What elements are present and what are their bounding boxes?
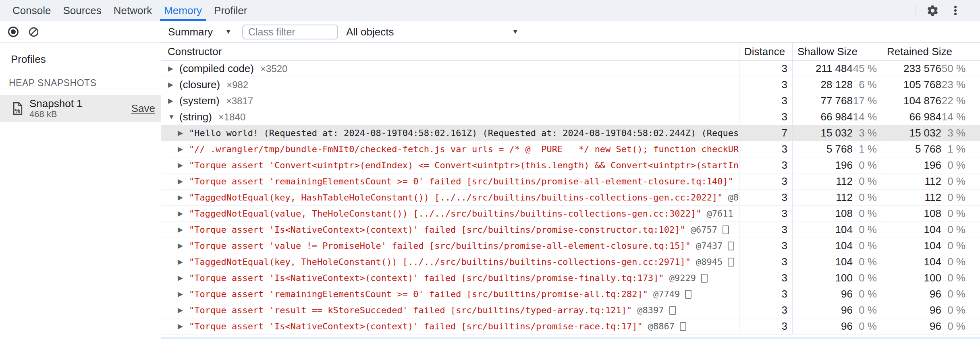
expand-arrow-icon[interactable]: ▶ xyxy=(178,306,189,314)
grid-row[interactable]: ▼ (string)×1840 3 66 98414 % 66 98414 % xyxy=(161,109,980,125)
string-value: "Torque assert 'remainingElementsCount >… xyxy=(189,176,733,186)
tabbar-right-controls xyxy=(916,0,980,21)
expand-arrow-icon[interactable]: ▶ xyxy=(178,193,189,202)
expand-arrow-icon[interactable]: ▶ xyxy=(178,274,189,282)
expand-arrow-icon[interactable]: ▶ xyxy=(168,97,179,105)
shallow-size-cell: 15 0323 % xyxy=(792,125,882,141)
grid-row[interactable]: ▶ "TaggedNotEqual(value, TheHoleConstant… xyxy=(161,206,980,222)
perspective-select[interactable]: Summary ▼ xyxy=(168,26,232,38)
clear-profiles-icon[interactable] xyxy=(28,27,39,37)
grid-row[interactable]: ▶ (compiled code)×3520 3 211 48445 % 233… xyxy=(161,61,980,77)
expand-arrow-icon[interactable]: ▶ xyxy=(178,258,189,266)
expand-arrow-icon[interactable]: ▶ xyxy=(168,81,179,89)
devtools-tabbar: ConsoleSourcesNetworkMemoryProfiler xyxy=(0,0,980,21)
distance-cell: 3 xyxy=(739,206,792,221)
retained-size-cell: 1040 % xyxy=(882,238,977,254)
tab-console[interactable]: Console xyxy=(6,0,57,21)
expand-arrow-icon[interactable]: ▶ xyxy=(178,161,189,170)
distance-cell: 3 xyxy=(739,157,792,173)
tab-sources[interactable]: Sources xyxy=(57,0,107,21)
grid-row[interactable]: ▶ "TaggedNotEqual(key, HashTableHoleCons… xyxy=(161,190,980,206)
string-value: "Torque assert 'Is<NativeContext>(contex… xyxy=(189,225,685,235)
expand-arrow-icon[interactable]: ▶ xyxy=(178,322,189,331)
grid-row[interactable]: ▶ "Torque assert 'value != PromiseHole' … xyxy=(161,238,980,254)
settings-gear-icon[interactable] xyxy=(926,4,939,17)
column-header-constructor[interactable]: Constructor xyxy=(161,43,739,60)
string-value: "Torque assert 'Convert<uintptr>(endInde… xyxy=(189,160,739,170)
expand-arrow-icon[interactable]: ▶ xyxy=(178,129,189,137)
grid-row[interactable]: ▶ "Torque assert 'remainingElementsCount… xyxy=(161,286,980,302)
shallow-size-cell: 5 7681 % xyxy=(792,141,882,157)
shallow-size-cell: 960 % xyxy=(792,286,882,302)
more-options-kebab-icon[interactable] xyxy=(949,4,961,17)
string-value: "Torque assert 'result == kStoreSucceded… xyxy=(189,305,632,315)
retained-size-cell: 960 % xyxy=(882,318,977,334)
tab-profiler[interactable]: Profiler xyxy=(208,0,253,21)
expand-arrow-icon[interactable]: ▶ xyxy=(178,290,189,298)
grid-row[interactable]: ▶ "Torque assert 'Convert<uintptr>(endIn… xyxy=(161,157,980,174)
column-header-shallow-size[interactable]: Shallow Size xyxy=(792,43,882,60)
grid-row[interactable]: ▶ "Torque assert 'Is<NativeContext>(cont… xyxy=(161,318,980,335)
distance-cell: 3 xyxy=(739,222,792,238)
grid-row[interactable]: ▶ "Torque assert 'remainingElementsCount… xyxy=(161,174,980,190)
record-heap-snapshot-icon[interactable] xyxy=(8,27,19,37)
snapshot-item[interactable]: % Snapshot 1 468 kB Save xyxy=(0,95,161,122)
retained-size-cell: 1040 % xyxy=(882,254,977,270)
objects-scope-select[interactable]: All objects ▼ xyxy=(346,26,519,38)
tab-memory[interactable]: Memory xyxy=(158,0,208,21)
expand-arrow-icon[interactable]: ▶ xyxy=(178,209,189,218)
object-id: @7437 xyxy=(696,241,723,251)
string-value: "Torque assert 'remainingElementsCount >… xyxy=(189,289,648,299)
expand-arrow-icon[interactable]: ▶ xyxy=(168,64,179,73)
grid-row[interactable]: ▶ "Hello world! (Requested at: 2024-08-1… xyxy=(161,125,980,141)
grid-row[interactable]: ▶ (system)×3817 3 77 76817 % 104 87622 % xyxy=(161,93,980,109)
next-row-peek xyxy=(161,337,980,339)
grid-rows: ▶ (compiled code)×3520 3 211 48445 % 233… xyxy=(161,61,980,339)
class-filter-input[interactable] xyxy=(242,25,338,39)
snapshot-save-link[interactable]: Save xyxy=(131,102,155,115)
retained-size-cell: 1080 % xyxy=(882,206,977,221)
string-value: "Hello world! (Requested at: 2024-08-19T… xyxy=(189,128,739,138)
column-gutter xyxy=(977,43,980,60)
grid-row[interactable]: ▶ "Torque assert 'Is<NativeContext>(cont… xyxy=(161,270,980,286)
heap-data-grid: Constructor Distance Shallow Size Retain… xyxy=(161,43,980,339)
shallow-size-cell: 960 % xyxy=(792,318,882,334)
grid-row[interactable]: ▶ "// .wrangler/tmp/bundle-FmNIt0/checke… xyxy=(161,141,980,157)
instance-count: ×3520 xyxy=(260,63,287,74)
expand-arrow-icon[interactable]: ▶ xyxy=(178,177,189,186)
grid-row[interactable]: ▶ "Torque assert 'result == kStoreSucced… xyxy=(161,302,980,318)
expand-arrow-icon[interactable]: ▶ xyxy=(178,242,189,250)
retained-size-cell: 105 76823 % xyxy=(882,77,977,93)
panel-tabs: ConsoleSourcesNetworkMemoryProfiler xyxy=(6,0,253,21)
retained-size-cell: 1040 % xyxy=(882,222,977,238)
chevron-down-icon: ▼ xyxy=(225,28,232,36)
constructor-name: (system) xyxy=(179,95,220,107)
reveal-box-icon xyxy=(685,290,691,299)
constructor-name: (compiled code) xyxy=(179,62,254,75)
svg-text:%: % xyxy=(15,107,20,114)
retained-size-cell: 104 87622 % xyxy=(882,93,977,109)
retained-size-cell: 960 % xyxy=(882,302,977,318)
collapse-arrow-icon[interactable]: ▼ xyxy=(168,113,179,121)
object-id: @6757 xyxy=(691,225,717,235)
shallow-size-cell: 1960 % xyxy=(792,157,882,173)
object-id: @8 xyxy=(728,192,739,203)
toolbar-divider xyxy=(916,5,916,16)
shallow-size-cell: 211 48445 % xyxy=(792,61,882,76)
retained-size-cell: 233 57650 % xyxy=(882,61,977,76)
expand-arrow-icon[interactable]: ▶ xyxy=(178,145,189,153)
column-header-distance[interactable]: Distance xyxy=(739,43,792,60)
retained-size-cell: 1000 % xyxy=(882,270,977,286)
instance-count: ×3817 xyxy=(226,95,253,107)
shallow-size-cell: 960 % xyxy=(792,302,882,318)
shallow-size-cell: 1080 % xyxy=(792,206,882,221)
grid-row[interactable]: ▶ "Torque assert 'Is<NativeContext>(cont… xyxy=(161,222,980,238)
tab-network[interactable]: Network xyxy=(108,0,158,21)
grid-row[interactable]: ▶ (closure)×982 3 28 1286 % 105 76823 % xyxy=(161,77,980,93)
expand-arrow-icon[interactable]: ▶ xyxy=(178,225,189,234)
grid-row[interactable]: ▶ "TaggedNotEqual(key, TheHoleConstant()… xyxy=(161,254,980,270)
column-header-retained-size[interactable]: Retained Size xyxy=(882,43,977,60)
shallow-size-cell: 77 76817 % xyxy=(792,93,882,109)
object-id: @8945 xyxy=(696,257,723,267)
string-value: "Torque assert 'Is<NativeContext>(contex… xyxy=(189,321,643,331)
